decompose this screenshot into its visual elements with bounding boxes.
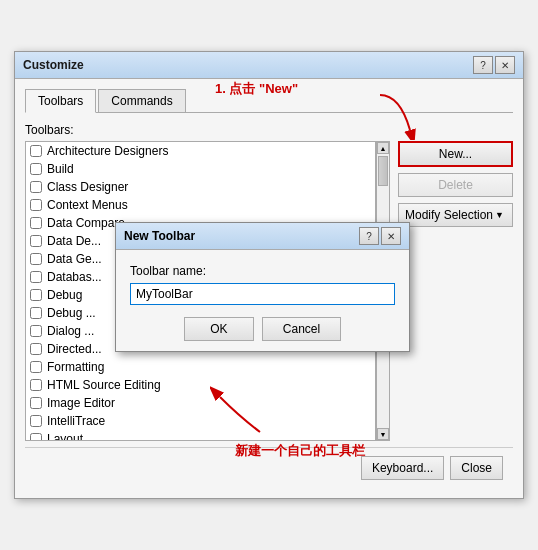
dialog-buttons: OK Cancel <box>130 317 395 341</box>
dialog-content: Toolbar name: OK Cancel <box>116 250 409 351</box>
title-bar: Customize ? ✕ <box>15 52 523 79</box>
item-checkbox[interactable] <box>30 253 42 265</box>
dialog-close-button[interactable]: ✕ <box>381 227 401 245</box>
item-checkbox[interactable] <box>30 343 42 355</box>
dialog-title-bar: New Toolbar ? ✕ <box>116 223 409 250</box>
item-checkbox[interactable] <box>30 325 42 337</box>
tab-commands[interactable]: Commands <box>98 89 185 112</box>
toolbar-name-input[interactable] <box>130 283 395 305</box>
delete-button[interactable]: Delete <box>398 173 513 197</box>
close-window-button[interactable]: ✕ <box>495 56 515 74</box>
item-checkbox[interactable] <box>30 433 42 441</box>
list-item[interactable]: Context Menus <box>26 196 375 214</box>
toolbars-label: Toolbars: <box>25 123 513 137</box>
item-checkbox[interactable] <box>30 397 42 409</box>
item-checkbox[interactable] <box>30 415 42 427</box>
scroll-down-arrow[interactable]: ▼ <box>377 428 389 440</box>
dialog-ok-button[interactable]: OK <box>184 317 254 341</box>
scroll-thumb[interactable] <box>378 156 388 186</box>
list-item[interactable]: Build <box>26 160 375 178</box>
list-item[interactable]: Layout <box>26 430 375 441</box>
modify-selection-button[interactable]: Modify Selection▼ <box>398 203 513 227</box>
list-item[interactable]: Formatting <box>26 358 375 376</box>
modify-dropdown-arrow: ▼ <box>493 210 506 220</box>
item-checkbox[interactable] <box>30 361 42 373</box>
keyboard-button[interactable]: Keyboard... <box>361 456 444 480</box>
bottom-bar: Keyboard... Close <box>25 447 513 488</box>
scroll-up-arrow[interactable]: ▲ <box>377 142 389 154</box>
dialog-title: New Toolbar <box>124 229 195 243</box>
item-checkbox[interactable] <box>30 217 42 229</box>
toolbar-name-label: Toolbar name: <box>130 264 395 278</box>
item-checkbox[interactable] <box>30 307 42 319</box>
customize-window: Customize ? ✕ Toolbars Commands Toolbars… <box>14 51 524 499</box>
item-checkbox[interactable] <box>30 145 42 157</box>
list-item[interactable]: HTML Source Editing <box>26 376 375 394</box>
item-checkbox[interactable] <box>30 199 42 211</box>
dialog-help-button[interactable]: ? <box>359 227 379 245</box>
close-button[interactable]: Close <box>450 456 503 480</box>
list-item[interactable]: IntelliTrace <box>26 412 375 430</box>
right-panel: New... Delete Modify Selection▼ <box>398 141 513 441</box>
item-checkbox[interactable] <box>30 271 42 283</box>
item-checkbox[interactable] <box>30 163 42 175</box>
list-item[interactable]: Class Designer <box>26 178 375 196</box>
new-button[interactable]: New... <box>398 141 513 167</box>
list-item[interactable]: Image Editor <box>26 394 375 412</box>
help-button[interactable]: ? <box>473 56 493 74</box>
list-item[interactable]: Architecture Designers <box>26 142 375 160</box>
window-title: Customize <box>23 58 84 72</box>
new-toolbar-dialog: New Toolbar ? ✕ Toolbar name: OK Cancel <box>115 222 410 352</box>
dialog-cancel-button[interactable]: Cancel <box>262 317 341 341</box>
tab-bar: Toolbars Commands <box>25 89 513 113</box>
item-checkbox[interactable] <box>30 235 42 247</box>
dialog-title-buttons: ? ✕ <box>359 227 401 245</box>
item-checkbox[interactable] <box>30 289 42 301</box>
tab-toolbars[interactable]: Toolbars <box>25 89 96 113</box>
title-bar-buttons: ? ✕ <box>473 56 515 74</box>
item-checkbox[interactable] <box>30 181 42 193</box>
item-checkbox[interactable] <box>30 379 42 391</box>
